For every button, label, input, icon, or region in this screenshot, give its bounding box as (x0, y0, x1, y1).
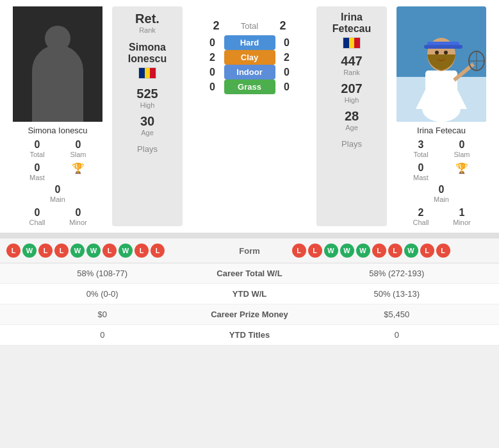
form-badge: L (420, 244, 434, 258)
form-badge: L (151, 244, 165, 258)
player2-stats: 3 Total 0 Slam (390, 139, 493, 158)
player2-mast-row: 0 Mast 🏆 0 Main (390, 162, 493, 203)
player1-flag (138, 67, 156, 79)
form-badge: L (54, 244, 69, 258)
player1-main-label: Main (50, 195, 65, 203)
player2-name-top: Irina Fetecau (324, 12, 379, 49)
stats-row: 0% (0-0) YTD W/L 50% (13-13) (0, 284, 499, 304)
stats-left-value: $0 (6, 310, 199, 319)
player2-high-stat: 207 High (341, 81, 362, 104)
player1-name-center: Simona Ionescu (128, 42, 167, 79)
player2-minor-label: Minor (453, 219, 471, 226)
player1-minor-stat: 0 Minor (59, 207, 97, 226)
player2-chall-stat: 2 Chall (402, 207, 440, 226)
player2-age-value: 28 (345, 109, 359, 124)
flag-yellow (145, 68, 151, 78)
grass-num1: 0 (206, 81, 219, 93)
clay-button[interactable]: Clay (224, 50, 275, 65)
stats-row: $0 Career Prize Money $5,450 (0, 304, 499, 325)
player1-main-value: 0 (55, 184, 61, 195)
indoor-row: 0 Indoor 0 (186, 65, 313, 79)
player1-card: Simona Ionescu 0 Total 0 Slam 0 Mast 🏆 (6, 6, 109, 226)
flag2-yellow (349, 38, 355, 48)
form-badge: L (102, 244, 117, 258)
stats-left-value: 0% (0-0) (6, 289, 199, 299)
player2-name-top-line1: Irina Fetecau (324, 12, 379, 35)
player2-rank-stat: 447 Rank (341, 54, 362, 76)
player2-high-label: High (345, 96, 359, 104)
player2-high-value: 207 (341, 81, 362, 96)
flag-red (150, 68, 156, 78)
player2-name: Irina Fetecau (417, 126, 466, 135)
indoor-num2: 0 (281, 67, 293, 78)
player2-slam-stat: 0 Slam (443, 139, 481, 158)
player2-trophy-icon: 🏆 (455, 162, 468, 174)
stats-row: 0 YTD Titles 0 (0, 325, 499, 345)
player1-silhouette (32, 45, 83, 122)
stats-label: Career Total W/L (199, 269, 301, 278)
player2-card: Irina Fetecau 3 Total 0 Slam 0 Mast 🏆 (390, 6, 493, 226)
player2-photo-svg (397, 6, 486, 122)
flag2-blue (343, 38, 349, 48)
form-badge: L (308, 244, 322, 258)
form-badge: W (356, 244, 370, 258)
player1-photo (13, 6, 102, 122)
player1-name-top-line2: Ionescu (128, 53, 167, 65)
player1-trophy-icon: 🏆 (72, 162, 85, 174)
form-badge: L (388, 244, 402, 258)
clay-num1: 2 (206, 52, 219, 63)
indoor-num1: 0 (206, 67, 219, 78)
player2-mast-label: Mast (413, 174, 429, 181)
hard-num2: 0 (281, 37, 293, 49)
hard-button[interactable]: Hard (224, 35, 275, 50)
player1-chall-row: 0 Chall 0 Minor (6, 207, 109, 226)
player2-age-stat: 28 Age (345, 109, 359, 131)
player1-rank-stat: Ret. Rank (135, 12, 160, 34)
player2-main-stat: 0 Main (422, 184, 461, 203)
player2-chall-label: Chall (413, 219, 429, 226)
flag-blue (139, 68, 145, 78)
player1-name: Simona Ionescu (28, 126, 87, 135)
player1-slam-stat: 0 Slam (59, 139, 97, 158)
player2-total-label: Total (413, 151, 428, 158)
stats-label: YTD W/L (199, 289, 301, 299)
form-badge: L (372, 244, 386, 258)
match-total1: 2 (210, 19, 223, 33)
player1-mast-label: Mast (29, 174, 45, 181)
top-section: Simona Ionescu 0 Total 0 Slam 0 Mast 🏆 (0, 0, 499, 233)
stats-right-value: 58% (272-193) (301, 269, 493, 278)
player1-stats: 0 Total 0 Slam (6, 139, 109, 158)
player1-high-stat: 525 High (136, 87, 158, 109)
player1-total-value: 0 (35, 139, 40, 151)
form-badge: W (324, 244, 338, 258)
stats-right-value: $5,450 (301, 310, 493, 319)
player1-rank-label: Rank (139, 26, 156, 34)
player1-age-value: 30 (140, 114, 154, 129)
stats-table: 58% (108-77) Career Total W/L 58% (272-1… (0, 263, 499, 345)
match-total-label: Total (231, 21, 269, 31)
clay-row: 2 Clay 2 (186, 50, 313, 65)
player2-flag (343, 37, 361, 49)
player2-chall-row: 2 Chall 1 Minor (390, 207, 493, 226)
player1-age-label: Age (141, 129, 154, 137)
stats-row: 58% (108-77) Career Total W/L 58% (272-1… (0, 263, 499, 284)
clay-num2: 2 (281, 52, 293, 63)
player1-form-badges: LWLLWWLWLL (6, 244, 208, 258)
player1-minor-value: 0 (76, 207, 81, 219)
player2-total-stat: 3 Total (402, 139, 440, 158)
match-total2: 2 (277, 19, 290, 33)
flag2-red (354, 38, 360, 48)
form-label: Form (211, 246, 288, 256)
player2-chall-value: 2 (418, 207, 424, 219)
player1-name-top-line1: Simona (128, 42, 167, 53)
indoor-button[interactable]: Indoor (224, 65, 275, 79)
stats-left-value: 0 (6, 330, 199, 340)
player2-age-label: Age (345, 124, 358, 131)
form-badge: W (22, 244, 37, 258)
grass-row: 0 Grass 0 (186, 79, 313, 94)
form-badge: W (340, 244, 354, 258)
player1-total-label: Total (29, 151, 44, 158)
hard-num1: 0 (206, 37, 219, 49)
grass-button[interactable]: Grass (224, 79, 275, 94)
stats-label: Career Prize Money (199, 310, 301, 319)
